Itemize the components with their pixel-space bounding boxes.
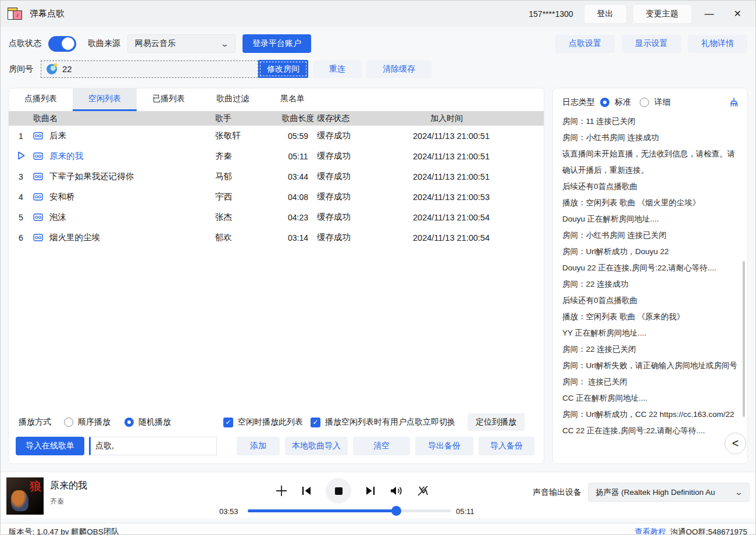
- tab-played-list[interactable]: 已播列表: [137, 88, 201, 111]
- header-length: 歌曲长度: [279, 113, 317, 124]
- tab-request-list[interactable]: 点播列表: [9, 88, 73, 111]
- song-add-input[interactable]: [95, 441, 212, 451]
- log-line: CC 正在解析房间地址....: [562, 390, 739, 406]
- song-name: 下辈子如果我还记得你: [49, 171, 215, 182]
- login-platform-button[interactable]: 登录平台账户: [243, 34, 311, 53]
- previous-track-icon[interactable]: [301, 486, 312, 496]
- room-number-field[interactable]: [41, 60, 258, 78]
- song-length: 04:23: [279, 213, 317, 222]
- reconnect-button[interactable]: 重连: [313, 60, 362, 78]
- table-row[interactable]: 5 泡沫 张杰 04:23 缓存成功 2024/11/13 21:00:54: [9, 207, 544, 227]
- log-line: 房间：11 连接已关闭: [562, 113, 739, 130]
- table-row[interactable]: 3 下辈子如果我还记得你 马郁 03:44 缓存成功 2024/11/13 21…: [9, 166, 544, 187]
- close-button[interactable]: ✕: [727, 6, 748, 22]
- log-line: 该直播间未开始直播，无法收到信息，请检查。请确认开播后，重新连接。: [562, 146, 739, 179]
- song-status-toggle[interactable]: [48, 36, 76, 52]
- locate-playing-button[interactable]: 定位到播放: [468, 413, 525, 431]
- log-line: YY 正在解析房间地址....: [562, 325, 739, 341]
- log-line: CC 22 正在连接,房间号:22,请耐心等待....: [562, 423, 739, 439]
- modify-room-button[interactable]: 修改房间: [258, 60, 308, 78]
- switch-on-request-label: 播放空闲列表时有用户点歌立即切换: [325, 417, 455, 427]
- song-length: 03:14: [279, 233, 317, 242]
- desktop-lyrics-off-icon[interactable]: [416, 485, 429, 497]
- tutorial-link[interactable]: 查看教程: [634, 527, 666, 535]
- log-line: 房间：22 连接已关闭: [562, 341, 739, 358]
- stop-icon[interactable]: [326, 478, 351, 504]
- song-source-select[interactable]: 网易云音乐 ⌄: [127, 34, 236, 53]
- add-button[interactable]: 添加: [237, 437, 280, 455]
- audio-output-value: 扬声器 (Realtek High Definition Au: [595, 487, 715, 498]
- song-add-field[interactable]: [89, 437, 217, 455]
- log-line: 房间：Url解析成功，CC 22 https://cc.163.com/22: [562, 406, 739, 423]
- sequential-play-radio[interactable]: [64, 418, 73, 427]
- log-scrollbar[interactable]: [743, 261, 745, 417]
- log-line: 后续还有0首点播歌曲: [562, 179, 739, 195]
- import-backup-button[interactable]: 导入备份: [479, 437, 534, 455]
- tab-blacklist[interactable]: 黑名单: [265, 88, 320, 111]
- song-settings-button[interactable]: 点歌设置: [555, 35, 615, 53]
- random-play-radio[interactable]: [124, 418, 134, 427]
- log-standard-label: 标准: [615, 97, 631, 108]
- header-song-name: 歌曲名: [33, 113, 215, 124]
- idle-play-checkbox[interactable]: ✓: [223, 418, 233, 427]
- clear-list-button[interactable]: 清空: [353, 437, 410, 455]
- switch-on-request-checkbox[interactable]: ✓: [311, 418, 320, 427]
- room-number-input[interactable]: [62, 64, 252, 74]
- clear-cache-button[interactable]: 清除缓存: [366, 60, 432, 78]
- row-index: 3: [9, 172, 33, 181]
- progress-thumb[interactable]: [391, 506, 401, 516]
- log-line: 房间：Url解析成功，Douyu 22: [562, 244, 739, 260]
- song-singer: 宇西: [215, 191, 279, 202]
- version-text: 版本号: 1.0.47 by 麒麟OBS团队: [9, 527, 119, 535]
- table-row-playing[interactable]: 原来的我 齐秦 05:11 缓存成功 2024/11/13 21:00:51: [9, 146, 544, 166]
- clear-log-icon[interactable]: [729, 97, 739, 108]
- song-length: 04:08: [279, 192, 317, 202]
- add-song-icon[interactable]: [275, 484, 288, 497]
- logout-button[interactable]: 登出: [584, 4, 627, 24]
- song-cache-status: 缓存成功: [317, 212, 405, 223]
- toolbar-row-1: 点歌状态 歌曲来源 网易云音乐 ⌄ 登录平台账户 点歌设置 显示设置 礼物详情: [9, 34, 747, 54]
- song-length: 05:11: [279, 152, 317, 161]
- change-theme-button[interactable]: 变更主题: [633, 4, 692, 24]
- log-line: 房间：小红书房间 连接已关闭: [562, 227, 739, 244]
- app-title: 弹幕点歌: [30, 8, 65, 19]
- cassette-icon: [33, 173, 49, 180]
- volume-icon[interactable]: [389, 485, 403, 497]
- display-settings-button[interactable]: 显示设置: [622, 35, 681, 53]
- export-backup-button[interactable]: 导出备份: [415, 437, 473, 455]
- tab-song-filter[interactable]: 歌曲过滤: [201, 88, 265, 111]
- table-row[interactable]: 6 烟火里的尘埃 郁欢 03:14 缓存成功 2024/11/13 21:00:…: [9, 227, 544, 248]
- log-panel: 日志类型 标准 详细 房间：11 连接已关闭 房间：小红书房间 连接成功 该直播…: [552, 88, 748, 464]
- player-bar: 狼 原来的我 齐秦 03:53 05:11 声音输出设备 扬声器 (Realte…: [1, 472, 755, 518]
- collapse-panel-button[interactable]: <: [725, 433, 746, 454]
- song-name: 后来: [49, 130, 215, 141]
- log-standard-radio[interactable]: [600, 98, 609, 107]
- song-join-time: 2024/11/13 21:00:54: [405, 213, 544, 222]
- room-number-label: 房间号: [9, 64, 33, 74]
- log-type-label: 日志类型: [562, 97, 595, 108]
- table-row[interactable]: 1 后来 张敬轩 05:59 缓存成功 2024/11/13 21:00:51: [9, 126, 544, 146]
- cassette-icon: [33, 234, 49, 241]
- chevron-down-icon: ⌄: [734, 488, 743, 497]
- account-number: 157****1300: [529, 9, 573, 19]
- table-row[interactable]: 4 安和桥 宇西 04:08 缓存成功 2024/11/13 21:00:53: [9, 187, 544, 207]
- log-detail-radio[interactable]: [640, 98, 649, 107]
- minimize-button[interactable]: —: [698, 6, 721, 22]
- chevron-down-icon: ⌄: [220, 40, 229, 48]
- cassette-icon: [33, 213, 49, 221]
- song-length: 05:59: [279, 131, 317, 141]
- progress-bar[interactable]: [248, 509, 451, 512]
- audio-output-select[interactable]: 扬声器 (Realtek High Definition Au ⌄: [588, 483, 750, 502]
- row-index: 5: [9, 213, 33, 222]
- now-playing-artist: 齐秦: [50, 497, 64, 507]
- song-singer: 张杰: [215, 212, 279, 223]
- table-header: 歌曲名 歌手 歌曲长度 缓存状态 加入时间: [9, 111, 544, 126]
- log-line: Douyu 正在解析房间地址....: [562, 211, 739, 227]
- next-track-icon[interactable]: [365, 486, 376, 496]
- log-line: 房间：小红书房间 连接成功: [562, 130, 739, 146]
- gift-details-button[interactable]: 礼物详情: [688, 35, 747, 53]
- import-online-playlist-button[interactable]: 导入在线歌单: [16, 437, 84, 455]
- song-cache-status: 缓存成功: [317, 232, 405, 243]
- local-import-button[interactable]: 本地歌曲导入: [285, 437, 348, 455]
- tab-idle-list[interactable]: 空闲列表: [73, 88, 137, 111]
